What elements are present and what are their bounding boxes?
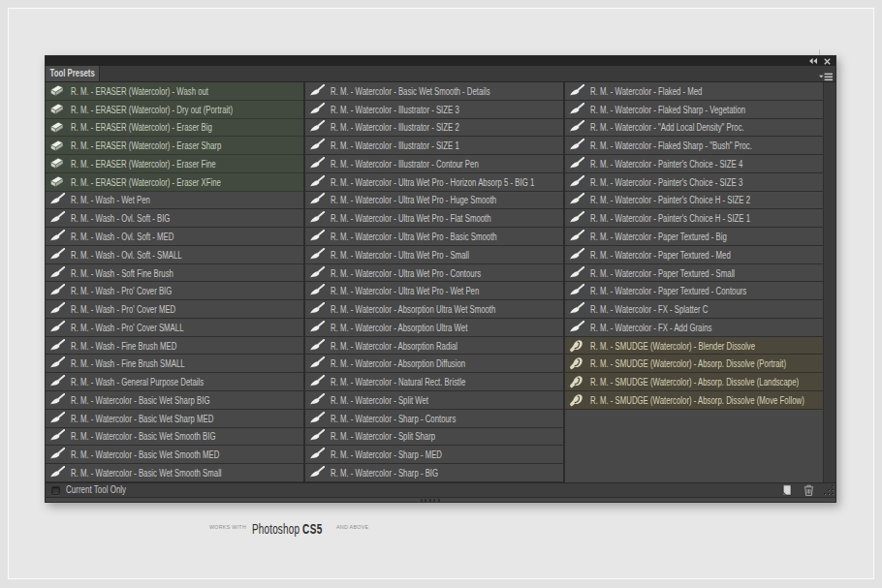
- preset-row[interactable]: R. M. - ERASER (Watercolor) - Eraser XFi…: [46, 173, 303, 192]
- preset-row[interactable]: R. M. - SMUDGE (Watercolor) - Absorp. Di…: [565, 391, 823, 410]
- brush-icon: [568, 248, 584, 262]
- preset-row[interactable]: R. M. - ERASER (Watercolor) - Eraser Big: [46, 119, 303, 138]
- preset-row[interactable]: R. M. - Wash - Fine Brush SMALL: [46, 355, 303, 373]
- resize-grip-icon[interactable]: [823, 483, 835, 501]
- preset-label: R. M. - Watercolor - Basic Wet Smooth BI…: [71, 431, 216, 442]
- preset-row[interactable]: R. M. - Watercolor - Basic Wet Smooth ME…: [46, 446, 303, 464]
- preset-row[interactable]: R. M. - ERASER (Watercolor) - Eraser Fin…: [46, 155, 303, 173]
- preset-row[interactable]: R. M. - Watercolor - Painter's Choice H …: [565, 192, 823, 210]
- preset-label: R. M. - Wash - Wet Pen: [71, 195, 150, 205]
- preset-label: R. M. - Watercolor - Sharp - Contours: [331, 413, 456, 423]
- preset-row[interactable]: R. M. - Watercolor - Painter's Choice - …: [565, 173, 823, 192]
- preset-row[interactable]: R. M. - Watercolor - Illustrator - SIZE …: [305, 137, 563, 155]
- preset-row[interactable]: R. M. - SMUDGE (Watercolor) - Absorp. Di…: [565, 355, 823, 373]
- preset-row[interactable]: R. M. - Wash - Pro' Cover SMALL: [46, 319, 303, 337]
- preset-row[interactable]: R. M. - Watercolor - Ultra Wet Pro - Fla…: [305, 209, 563, 228]
- preset-row[interactable]: R. M. - Watercolor - Ultra Wet Pro - Wet…: [305, 282, 563, 300]
- preset-label: R. M. - Watercolor - Sharp - MED: [331, 449, 442, 460]
- preset-row[interactable]: R. M. - Watercolor - Basic Wet Smooth - …: [305, 82, 563, 101]
- brush-icon: [308, 157, 325, 170]
- drag-handle-dots[interactable]: [421, 499, 441, 502]
- preset-label: R. M. - Wash - Pro' Cover BIG: [71, 286, 172, 296]
- preset-row[interactable]: R. M. - ERASER (Watercolor) - Eraser Sha…: [46, 137, 303, 155]
- preset-row[interactable]: R. M. - Watercolor - Illustrator - SIZE …: [305, 101, 563, 119]
- preset-row[interactable]: R. M. - Watercolor - Illustrator - SIZE …: [305, 119, 563, 138]
- brush-icon: [48, 412, 65, 425]
- preset-row[interactable]: R. M. - Watercolor - Split Wet: [305, 391, 563, 410]
- preset-row[interactable]: R. M. - Wash - Pro' Cover MED: [46, 300, 303, 319]
- preset-row[interactable]: R. M. - Watercolor - Split Sharp: [305, 428, 563, 447]
- preset-row[interactable]: R. M. - Watercolor - Basic Wet Sharp BIG: [46, 391, 303, 410]
- brush-icon: [48, 448, 65, 461]
- smudge-icon: [568, 356, 584, 370]
- brush-icon: [48, 356, 65, 370]
- close-icon[interactable]: [824, 56, 831, 66]
- brush-icon: [308, 266, 325, 280]
- scrollbar-track[interactable]: [823, 82, 835, 482]
- eraser-icon: [48, 103, 65, 116]
- preset-label: R. M. - Wash - General Purpose Details: [71, 377, 204, 387]
- preset-row[interactable]: R. M. - Wash - Ovl. Soft - MED: [46, 228, 303, 246]
- preset-row[interactable]: R. M. - Watercolor - Painter's Choice H …: [565, 209, 823, 228]
- preset-row[interactable]: R. M. - Wash - Ovl. Soft - BIG: [46, 209, 303, 228]
- preset-row[interactable]: R. M. - ERASER (Watercolor) - Wash out: [46, 82, 303, 101]
- preset-row[interactable]: R. M. - Watercolor - Ultra Wet Pro - Con…: [305, 264, 563, 283]
- works-with-caption: WORKS WITH Photoshop CS5 AND ABOVE: [209, 520, 368, 538]
- brush-icon: [308, 339, 325, 353]
- preset-label: R. M. - Wash - Ovl. Soft - MED: [71, 232, 173, 242]
- smudge-icon: [568, 393, 584, 407]
- preset-row[interactable]: R. M. - Watercolor - Sharp - Contours: [305, 410, 563, 428]
- brush-icon: [308, 175, 325, 189]
- preset-row[interactable]: R. M. - Watercolor - Sharp - BIG: [305, 464, 563, 482]
- collapse-to-icons-icon[interactable]: [809, 56, 817, 66]
- preset-row[interactable]: R. M. - Wash - Ovl. Soft - SMALL: [46, 246, 303, 264]
- brush-icon: [308, 284, 325, 297]
- preset-label: R. M. - Wash - Fine Brush SMALL: [71, 358, 185, 369]
- preset-row[interactable]: R. M. - Watercolor - Absorption Radial: [305, 337, 563, 356]
- preset-row[interactable]: R. M. - Watercolor - Natural Rect. Brist…: [305, 373, 563, 391]
- preset-row[interactable]: R. M. - Watercolor - Paper Textured - Bi…: [565, 228, 823, 246]
- preset-row[interactable]: R. M. - Watercolor - Sharp - MED: [305, 446, 563, 464]
- tab-tool-presets[interactable]: Tool Presets: [46, 66, 100, 81]
- preset-row[interactable]: R. M. - ERASER (Watercolor) - Dry out (P…: [46, 101, 303, 119]
- preset-row[interactable]: R. M. - Watercolor - FX - Splatter C: [565, 300, 823, 319]
- preset-row[interactable]: R. M. - Wash - Wet Pen: [46, 192, 303, 210]
- preset-row[interactable]: R. M. - Wash - General Purpose Details: [46, 373, 303, 391]
- preset-row[interactable]: R. M. - Watercolor - Paper Textured - Me…: [565, 246, 823, 264]
- preset-row[interactable]: R. M. - Watercolor - Basic Wet Smooth BI…: [46, 428, 303, 447]
- preset-label: R. M. - Watercolor - Paper Textured - Co…: [590, 286, 746, 296]
- preset-label: R. M. - Watercolor - Natural Rect. Brist…: [331, 377, 465, 387]
- preset-row[interactable]: R. M. - SMUDGE (Watercolor) - Blender Di…: [565, 337, 823, 356]
- preset-row[interactable]: R. M. - Wash - Pro' Cover BIG: [46, 282, 303, 300]
- preset-row[interactable]: R. M. - Watercolor - Illustrator - Conto…: [305, 155, 563, 173]
- preset-row[interactable]: R. M. - Watercolor - Flaked Sharp - "Bus…: [565, 137, 823, 155]
- preset-row[interactable]: R. M. - Watercolor - Ultra Wet Pro - Hug…: [305, 192, 563, 210]
- preset-row[interactable]: R. M. - Watercolor - Flaked Sharp - Vege…: [565, 101, 823, 119]
- preset-row[interactable]: R. M. - Wash - Fine Brush MED: [46, 337, 303, 356]
- preset-row[interactable]: R. M. - Watercolor - Flaked - Med: [565, 82, 823, 101]
- preset-label: R. M. - Watercolor - Paper Textured - Sm…: [590, 267, 735, 278]
- preset-row[interactable]: R. M. - Watercolor - Ultra Wet Pro - Hor…: [305, 173, 563, 192]
- preset-label: R. M. - Watercolor - Illustrator - Conto…: [331, 158, 479, 169]
- preset-row[interactable]: R. M. - Watercolor - Absorption Diffusio…: [305, 355, 563, 373]
- preset-row[interactable]: R. M. - Watercolor - Absorption Ultra We…: [305, 319, 563, 337]
- preset-row[interactable]: R. M. - Wash - Soft Fine Brush: [46, 264, 303, 283]
- preset-label: R. M. - Watercolor - Flaked Sharp - "Bus…: [590, 140, 752, 151]
- preset-row[interactable]: R. M. - Watercolor - Paper Textured - Co…: [565, 282, 823, 300]
- preset-row[interactable]: R. M. - SMUDGE (Watercolor) - Absorp. Di…: [565, 373, 823, 391]
- preset-row[interactable]: R. M. - Watercolor - Painter's Choice - …: [565, 155, 823, 173]
- brush-icon: [308, 393, 325, 407]
- brush-icon: [308, 412, 325, 425]
- preset-row[interactable]: R. M. - Watercolor - Ultra Wet Pro - Sma…: [305, 246, 563, 264]
- preset-label: R. M. - Watercolor - FX - Add Grains: [590, 322, 711, 332]
- tool-presets-panel: Tool Presets R. M. - ERASER (Watercolor)…: [45, 55, 836, 503]
- brush-icon: [48, 248, 65, 262]
- preset-row[interactable]: R. M. - Watercolor - FX - Add Grains: [565, 319, 823, 337]
- current-tool-only-checkbox[interactable]: [51, 486, 60, 495]
- preset-row[interactable]: R. M. - Watercolor - "Add Local Density"…: [565, 119, 823, 138]
- preset-row[interactable]: R. M. - Watercolor - Absorption Ultra We…: [305, 300, 563, 319]
- preset-row[interactable]: R. M. - Watercolor - Basic Wet Smooth Sm…: [46, 464, 303, 482]
- preset-row[interactable]: R. M. - Watercolor - Ultra Wet Pro - Bas…: [305, 228, 563, 246]
- preset-row[interactable]: R. M. - Watercolor - Paper Textured - Sm…: [565, 264, 823, 283]
- preset-row[interactable]: R. M. - Watercolor - Basic Wet Sharp MED: [46, 410, 303, 428]
